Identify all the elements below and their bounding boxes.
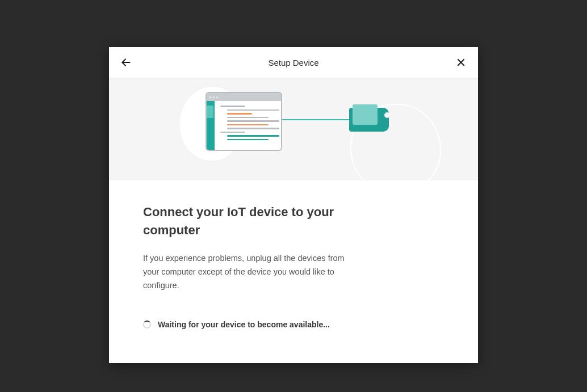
modal-content: Connect your IoT device to your computer… bbox=[109, 180, 478, 363]
iot-board-graphic bbox=[349, 108, 389, 132]
setup-device-modal: Setup Device bbox=[109, 47, 478, 363]
illustration-area bbox=[109, 78, 478, 180]
status-message: Waiting for your device to become availa… bbox=[158, 320, 330, 329]
close-button[interactable] bbox=[454, 56, 468, 69]
back-button[interactable] bbox=[119, 56, 133, 69]
arrow-left-icon bbox=[120, 57, 132, 68]
content-description: If you experience problems, unplug all t… bbox=[143, 252, 359, 293]
connect-device-illustration bbox=[174, 84, 413, 175]
status-row: Waiting for your device to become availa… bbox=[143, 320, 444, 346]
close-icon bbox=[456, 57, 466, 68]
spinner-icon bbox=[143, 321, 151, 328]
modal-title: Setup Device bbox=[268, 58, 318, 68]
modal-header: Setup Device bbox=[109, 47, 478, 78]
code-window-graphic bbox=[206, 92, 282, 151]
content-heading: Connect your IoT device to your computer bbox=[143, 203, 359, 239]
